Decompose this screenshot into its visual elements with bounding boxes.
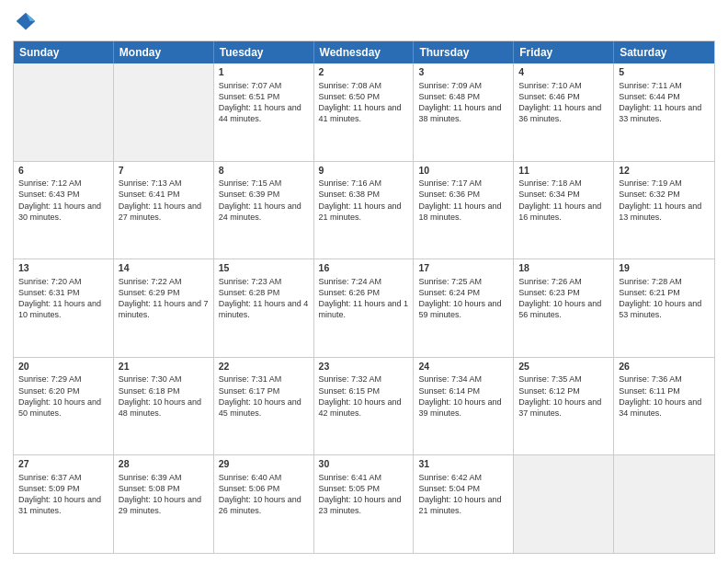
day-number: 17	[418, 262, 508, 275]
calendar-cell: 26Sunrise: 7:36 AM Sunset: 6:11 PM Dayli…	[614, 358, 714, 455]
cell-details: Sunrise: 6:40 AM Sunset: 5:06 PM Dayligh…	[219, 472, 309, 517]
calendar-cell: 27Sunrise: 6:37 AM Sunset: 5:09 PM Dayli…	[14, 455, 114, 553]
calendar-cell: 13Sunrise: 7:20 AM Sunset: 6:31 PM Dayli…	[14, 259, 114, 357]
day-number: 21	[119, 361, 209, 373]
cell-details: Sunrise: 6:42 AM Sunset: 5:04 PM Dayligh…	[418, 472, 508, 517]
day-number: 29	[219, 458, 309, 471]
calendar-cell: 30Sunrise: 6:41 AM Sunset: 5:05 PM Dayli…	[314, 455, 415, 553]
cell-details: Sunrise: 6:41 AM Sunset: 5:05 PM Dayligh…	[319, 472, 409, 517]
cell-details: Sunrise: 7:26 AM Sunset: 6:23 PM Dayligh…	[518, 276, 609, 321]
calendar-row: 20Sunrise: 7:29 AM Sunset: 6:20 PM Dayli…	[14, 357, 714, 455]
day-number: 5	[619, 66, 710, 79]
cell-details: Sunrise: 7:25 AM Sunset: 6:24 PM Dayligh…	[418, 276, 508, 321]
calendar-header-cell: Tuesday	[214, 41, 314, 63]
day-number: 11	[518, 165, 609, 178]
cell-details: Sunrise: 7:23 AM Sunset: 6:28 PM Dayligh…	[219, 276, 309, 321]
cell-details: Sunrise: 7:08 AM Sunset: 6:50 PM Dayligh…	[319, 80, 409, 125]
calendar-cell: 6Sunrise: 7:12 AM Sunset: 6:43 PM Daylig…	[14, 162, 114, 259]
calendar-cell: 23Sunrise: 7:32 AM Sunset: 6:15 PM Dayli…	[314, 358, 415, 455]
day-number: 7	[119, 165, 209, 178]
cell-details: Sunrise: 6:39 AM Sunset: 5:08 PM Dayligh…	[119, 472, 209, 517]
calendar-cell	[114, 63, 214, 161]
calendar-cell: 21Sunrise: 7:30 AM Sunset: 6:18 PM Dayli…	[114, 358, 214, 455]
calendar-cell: 8Sunrise: 7:15 AM Sunset: 6:39 PM Daylig…	[214, 162, 314, 259]
calendar: SundayMondayTuesdayWednesdayThursdayFrid…	[13, 40, 715, 554]
calendar-body: 1Sunrise: 7:07 AM Sunset: 6:51 PM Daylig…	[14, 63, 714, 553]
day-number: 25	[518, 361, 609, 373]
logo-icon	[13, 9, 39, 35]
page: SundayMondayTuesdayWednesdayThursdayFrid…	[0, 0, 728, 563]
calendar-header-cell: Wednesday	[314, 41, 415, 63]
calendar-cell: 5Sunrise: 7:11 AM Sunset: 6:44 PM Daylig…	[614, 63, 714, 161]
cell-details: Sunrise: 7:15 AM Sunset: 6:39 PM Dayligh…	[219, 178, 309, 223]
day-number: 1	[219, 66, 309, 79]
day-number: 28	[119, 458, 209, 471]
calendar-cell: 4Sunrise: 7:10 AM Sunset: 6:46 PM Daylig…	[514, 63, 614, 161]
cell-details: Sunrise: 7:11 AM Sunset: 6:44 PM Dayligh…	[619, 80, 710, 125]
calendar-cell	[614, 455, 714, 553]
cell-details: Sunrise: 7:16 AM Sunset: 6:38 PM Dayligh…	[319, 178, 409, 223]
calendar-row: 27Sunrise: 6:37 AM Sunset: 5:09 PM Dayli…	[14, 454, 714, 553]
calendar-cell	[14, 63, 114, 161]
cell-details: Sunrise: 6:37 AM Sunset: 5:09 PM Dayligh…	[18, 472, 108, 517]
day-number: 6	[18, 165, 108, 178]
cell-details: Sunrise: 7:36 AM Sunset: 6:11 PM Dayligh…	[619, 373, 710, 419]
cell-details: Sunrise: 7:07 AM Sunset: 6:51 PM Dayligh…	[219, 80, 309, 125]
day-number: 20	[18, 361, 108, 373]
day-number: 10	[418, 165, 508, 178]
cell-details: Sunrise: 7:34 AM Sunset: 6:14 PM Dayligh…	[418, 373, 508, 419]
day-number: 15	[219, 262, 309, 275]
day-number: 12	[619, 165, 710, 178]
calendar-header-cell: Sunday	[14, 41, 114, 63]
cell-details: Sunrise: 7:20 AM Sunset: 6:31 PM Dayligh…	[18, 276, 108, 321]
calendar-header-cell: Friday	[514, 41, 614, 63]
calendar-cell: 25Sunrise: 7:35 AM Sunset: 6:12 PM Dayli…	[514, 358, 614, 455]
header	[13, 9, 715, 35]
logo	[13, 9, 42, 35]
calendar-cell: 3Sunrise: 7:09 AM Sunset: 6:48 PM Daylig…	[414, 63, 514, 161]
cell-details: Sunrise: 7:32 AM Sunset: 6:15 PM Dayligh…	[319, 373, 409, 419]
calendar-row: 6Sunrise: 7:12 AM Sunset: 6:43 PM Daylig…	[14, 161, 714, 259]
svg-marker-0	[17, 13, 36, 30]
calendar-cell: 29Sunrise: 6:40 AM Sunset: 5:06 PM Dayli…	[214, 455, 314, 553]
calendar-cell: 12Sunrise: 7:19 AM Sunset: 6:32 PM Dayli…	[614, 162, 714, 259]
calendar-header-cell: Saturday	[614, 41, 714, 63]
calendar-cell: 15Sunrise: 7:23 AM Sunset: 6:28 PM Dayli…	[214, 259, 314, 357]
day-number: 8	[219, 165, 309, 178]
calendar-cell: 20Sunrise: 7:29 AM Sunset: 6:20 PM Dayli…	[14, 358, 114, 455]
day-number: 18	[518, 262, 609, 275]
cell-details: Sunrise: 7:09 AM Sunset: 6:48 PM Dayligh…	[418, 80, 508, 125]
day-number: 2	[319, 66, 409, 79]
day-number: 22	[219, 361, 309, 373]
calendar-cell: 18Sunrise: 7:26 AM Sunset: 6:23 PM Dayli…	[514, 259, 614, 357]
day-number: 30	[319, 458, 409, 471]
calendar-header-cell: Monday	[114, 41, 214, 63]
calendar-cell: 19Sunrise: 7:28 AM Sunset: 6:21 PM Dayli…	[614, 259, 714, 357]
calendar-row: 1Sunrise: 7:07 AM Sunset: 6:51 PM Daylig…	[14, 63, 714, 161]
day-number: 4	[518, 66, 609, 79]
cell-details: Sunrise: 7:13 AM Sunset: 6:41 PM Dayligh…	[119, 178, 209, 223]
day-number: 26	[619, 361, 710, 373]
calendar-cell: 31Sunrise: 6:42 AM Sunset: 5:04 PM Dayli…	[414, 455, 514, 553]
calendar-cell	[514, 455, 614, 553]
calendar-row: 13Sunrise: 7:20 AM Sunset: 6:31 PM Dayli…	[14, 259, 714, 357]
day-number: 13	[18, 262, 108, 275]
cell-details: Sunrise: 7:28 AM Sunset: 6:21 PM Dayligh…	[619, 276, 710, 321]
cell-details: Sunrise: 7:10 AM Sunset: 6:46 PM Dayligh…	[518, 80, 609, 125]
day-number: 16	[319, 262, 409, 275]
day-number: 23	[319, 361, 409, 373]
day-number: 31	[418, 458, 508, 471]
calendar-cell: 7Sunrise: 7:13 AM Sunset: 6:41 PM Daylig…	[114, 162, 214, 259]
cell-details: Sunrise: 7:19 AM Sunset: 6:32 PM Dayligh…	[619, 178, 710, 223]
day-number: 14	[119, 262, 209, 275]
calendar-header: SundayMondayTuesdayWednesdayThursdayFrid…	[14, 41, 714, 63]
cell-details: Sunrise: 7:18 AM Sunset: 6:34 PM Dayligh…	[518, 178, 609, 223]
calendar-cell: 2Sunrise: 7:08 AM Sunset: 6:50 PM Daylig…	[314, 63, 415, 161]
calendar-cell: 10Sunrise: 7:17 AM Sunset: 6:36 PM Dayli…	[414, 162, 514, 259]
cell-details: Sunrise: 7:31 AM Sunset: 6:17 PM Dayligh…	[219, 373, 309, 419]
cell-details: Sunrise: 7:17 AM Sunset: 6:36 PM Dayligh…	[418, 178, 508, 223]
day-number: 9	[319, 165, 409, 178]
calendar-cell: 28Sunrise: 6:39 AM Sunset: 5:08 PM Dayli…	[114, 455, 214, 553]
cell-details: Sunrise: 7:29 AM Sunset: 6:20 PM Dayligh…	[18, 373, 108, 419]
day-number: 27	[18, 458, 108, 471]
